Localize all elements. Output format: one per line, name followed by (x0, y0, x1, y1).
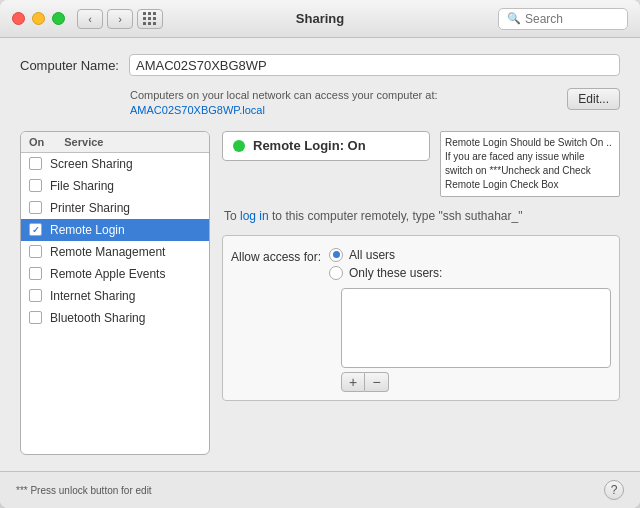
service-item-screen-sharing[interactable]: Screen Sharing (21, 153, 209, 175)
internet-sharing-label: Internet Sharing (50, 289, 135, 303)
service-item-bluetooth-sharing[interactable]: Bluetooth Sharing (21, 307, 209, 329)
main-panel: On Service Screen Sharing File Sharing P… (20, 131, 620, 455)
remote-login-label: Remote Login (50, 223, 125, 237)
remote-management-label: Remote Management (50, 245, 165, 259)
access-row: Allow access for: All users Only these u… (231, 248, 611, 280)
service-item-printer-sharing[interactable]: Printer Sharing (21, 197, 209, 219)
edit-button[interactable]: Edit... (567, 88, 620, 110)
grid-icon (143, 12, 157, 26)
services-list: Screen Sharing File Sharing Printer Shar… (21, 153, 209, 454)
window-title: Sharing (296, 11, 344, 26)
services-panel: On Service Screen Sharing File Sharing P… (20, 131, 210, 455)
detail-panel: Remote Login: On Remote Login Should be … (222, 131, 620, 455)
back-button[interactable]: ‹ (77, 9, 103, 29)
screen-sharing-checkbox[interactable] (29, 157, 42, 170)
all-users-label: All users (349, 248, 395, 262)
search-icon: 🔍 (507, 12, 521, 25)
remote-apple-events-label: Remote Apple Events (50, 267, 165, 281)
bluetooth-sharing-label: Bluetooth Sharing (50, 311, 145, 325)
forward-button[interactable]: › (107, 9, 133, 29)
add-user-button[interactable]: + (341, 372, 365, 392)
add-remove-buttons: + − (341, 372, 611, 392)
access-options: All users Only these users: (329, 248, 442, 280)
remote-login-checkbox[interactable] (29, 223, 42, 236)
col-service-header: Service (64, 136, 103, 148)
grid-button[interactable] (137, 9, 163, 29)
file-sharing-checkbox[interactable] (29, 179, 42, 192)
service-item-remote-management[interactable]: Remote Management (21, 241, 209, 263)
bluetooth-sharing-checkbox[interactable] (29, 311, 42, 324)
minimize-button[interactable] (32, 12, 45, 25)
status-indicator (233, 140, 245, 152)
only-these-radio[interactable] (329, 266, 343, 280)
file-sharing-label: File Sharing (50, 179, 114, 193)
access-section: Allow access for: All users Only these u… (222, 235, 620, 401)
network-info-row: Computers on your local network can acce… (130, 88, 620, 119)
help-button[interactable]: ? (604, 480, 624, 500)
computer-name-label: Computer Name: (20, 58, 119, 73)
services-header: On Service (21, 132, 209, 153)
access-label: Allow access for: (231, 248, 321, 264)
status-label: Remote Login: On (253, 138, 366, 153)
remove-user-button[interactable]: − (365, 372, 389, 392)
service-item-file-sharing[interactable]: File Sharing (21, 175, 209, 197)
only-these-option[interactable]: Only these users: (329, 266, 442, 280)
sharing-window: ‹ › Sharing 🔍 Computer Name: Computers o… (0, 0, 640, 508)
status-note: Remote Login Should be Switch On .. If y… (440, 131, 620, 197)
printer-sharing-label: Printer Sharing (50, 201, 130, 215)
service-item-internet-sharing[interactable]: Internet Sharing (21, 285, 209, 307)
maximize-button[interactable] (52, 12, 65, 25)
computer-name-row: Computer Name: (20, 54, 620, 76)
remote-management-checkbox[interactable] (29, 245, 42, 258)
nav-buttons: ‹ › (77, 9, 133, 29)
service-item-remote-login[interactable]: Remote Login (21, 219, 209, 241)
unlock-text: *** Press unlock button for edit (16, 485, 152, 496)
titlebar: ‹ › Sharing 🔍 (0, 0, 640, 38)
search-input[interactable] (525, 12, 619, 26)
computer-name-input[interactable] (129, 54, 620, 76)
search-box[interactable]: 🔍 (498, 8, 628, 30)
all-users-option[interactable]: All users (329, 248, 442, 262)
printer-sharing-checkbox[interactable] (29, 201, 42, 214)
status-row: Remote Login: On Remote Login Should be … (222, 131, 620, 197)
network-info-text: Computers on your local network can acce… (130, 88, 559, 119)
bottom-bar: *** Press unlock button for edit ? (0, 471, 640, 508)
traffic-lights (12, 12, 65, 25)
col-on-header: On (29, 136, 44, 148)
internet-sharing-checkbox[interactable] (29, 289, 42, 302)
only-these-label: Only these users: (349, 266, 442, 280)
all-users-radio[interactable] (329, 248, 343, 262)
status-box: Remote Login: On (222, 131, 430, 161)
local-address-link[interactable]: AMAC02S70XBG8WP.local (130, 104, 265, 116)
instruction-text: To log in to this computer remotely, typ… (222, 207, 620, 225)
close-button[interactable] (12, 12, 25, 25)
users-list-box (341, 288, 611, 368)
log-in-link[interactable]: log in (240, 209, 269, 223)
remote-apple-events-checkbox[interactable] (29, 267, 42, 280)
service-item-remote-apple-events[interactable]: Remote Apple Events (21, 263, 209, 285)
screen-sharing-label: Screen Sharing (50, 157, 133, 171)
main-content: Computer Name: Computers on your local n… (0, 38, 640, 471)
